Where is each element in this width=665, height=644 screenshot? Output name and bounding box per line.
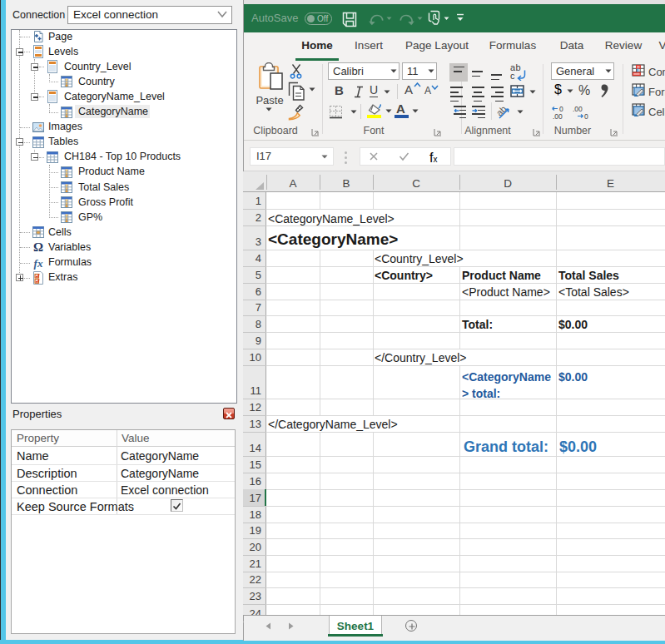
- svg-text:Ω: Ω: [33, 240, 43, 254]
- svg-text:.00: .00: [573, 105, 583, 113]
- svg-text:0: 0: [584, 112, 588, 120]
- svg-text:fx: fx: [34, 256, 43, 269]
- svg-text:.00: .00: [553, 112, 563, 120]
